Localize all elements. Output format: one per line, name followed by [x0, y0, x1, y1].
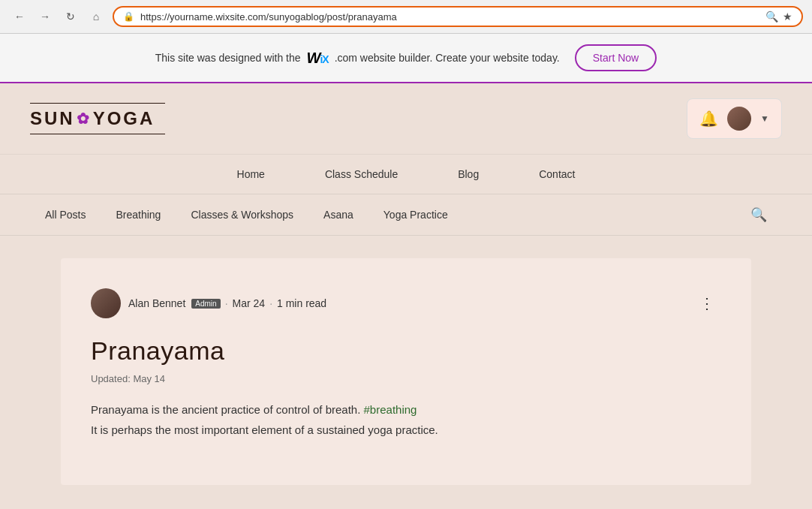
site-header: SUN✿YOGA 🔔 ▼ — [0, 83, 812, 155]
lock-icon: 🔒 — [123, 11, 134, 22]
site-wrapper: SUN✿YOGA 🔔 ▼ Home Class Schedule Blog Co… — [0, 83, 812, 509]
logo-area: SUN✿YOGA — [30, 103, 165, 134]
blog-category-bar: All Posts Breathing Classes & Workshops … — [0, 194, 812, 236]
cat-breathing[interactable]: Breathing — [116, 209, 161, 221]
updated-label: Updated: — [91, 373, 131, 384]
avatar[interactable] — [727, 107, 751, 131]
logo-flower-icon: ✿ — [77, 110, 92, 128]
post-read-time: 1 min read — [277, 297, 326, 309]
logo-part1: SUN — [30, 108, 75, 129]
search-icon[interactable]: 🔍 — [765, 11, 778, 23]
banner-text-suffix: .com website builder. Create your websit… — [335, 52, 560, 64]
start-now-button[interactable]: Start Now — [575, 44, 657, 71]
nav-item-contact[interactable]: Contact — [539, 168, 575, 180]
nav-item-home[interactable]: Home — [237, 168, 265, 180]
browser-chrome: ← → ↻ ⌂ 🔒 🔍 ★ — [0, 0, 812, 34]
author-info: Alan Bennet Admin · Mar 24 · 1 min read — [128, 297, 326, 309]
admin-badge: Admin — [191, 299, 220, 309]
browser-controls: ← → ↻ ⌂ — [9, 6, 107, 27]
cat-asana[interactable]: Asana — [323, 209, 353, 221]
chevron-down-icon[interactable]: ▼ — [760, 113, 769, 124]
logo-line-bottom — [30, 134, 165, 134]
nav-item-blog[interactable]: Blog — [458, 168, 479, 180]
nav-item-class-schedule[interactable]: Class Schedule — [325, 168, 398, 180]
post-excerpt: Pranayama is the ancient practice of con… — [91, 399, 721, 440]
refresh-button[interactable]: ↻ — [60, 6, 81, 27]
cat-yoga-practice[interactable]: Yoga Practice — [383, 209, 448, 221]
cat-classes-workshops[interactable]: Classes & Workshops — [191, 209, 293, 221]
address-icons: 🔍 ★ — [765, 11, 792, 23]
post-title: Pranayama — [91, 336, 721, 366]
back-button[interactable]: ← — [9, 6, 30, 27]
logo-line-top — [30, 103, 165, 104]
excerpt-line2: It is perhaps the most important element… — [91, 420, 721, 440]
site-nav: Home Class Schedule Blog Contact — [0, 155, 812, 194]
post-meta: Alan Bennet Admin · Mar 24 · 1 min read … — [91, 288, 721, 318]
bookmark-icon[interactable]: ★ — [783, 11, 792, 23]
post-area: Alan Bennet Admin · Mar 24 · 1 min read … — [0, 236, 812, 507]
author-name: Alan Bennet — [128, 297, 185, 309]
cat-all-posts[interactable]: All Posts — [45, 209, 86, 221]
address-bar-container: 🔒 🔍 ★ — [113, 6, 803, 27]
logo-part2: YOGA — [93, 108, 155, 129]
author-avatar — [91, 288, 121, 318]
wix-logo: WiX — [307, 50, 329, 67]
bell-icon[interactable]: 🔔 — [699, 110, 718, 128]
address-input[interactable] — [140, 11, 759, 23]
forward-button[interactable]: → — [35, 6, 56, 27]
meta-separator-1: · — [225, 297, 228, 309]
updated-date: May 14 — [133, 373, 165, 384]
more-options-button[interactable]: ⋮ — [693, 291, 721, 315]
wix-banner: This site was designed with the WiX .com… — [0, 34, 812, 83]
excerpt-line1: Pranayama is the ancient practice of con… — [91, 399, 721, 420]
post-card: Alan Bennet Admin · Mar 24 · 1 min read … — [61, 258, 751, 485]
hashtag-breathing[interactable]: #breathing — [364, 403, 417, 416]
banner-text-prefix: This site was designed with the — [155, 52, 301, 64]
user-actions-bar: 🔔 ▼ — [687, 98, 782, 139]
post-date: Mar 24 — [233, 297, 266, 309]
search-button[interactable]: 🔍 — [750, 206, 767, 223]
home-button[interactable]: ⌂ — [86, 6, 107, 27]
post-updated: Updated: May 14 — [91, 373, 721, 384]
site-logo[interactable]: SUN✿YOGA — [30, 108, 165, 129]
meta-separator-2: · — [269, 297, 272, 309]
